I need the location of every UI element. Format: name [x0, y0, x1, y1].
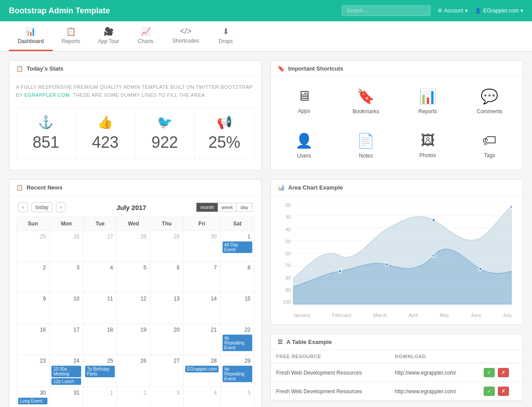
- search-input[interactable]: [342, 5, 430, 16]
- day-number: 17: [51, 326, 81, 334]
- shortcut-users[interactable]: 👤 Users: [275, 126, 333, 166]
- calendar-cell: 1All Day Event: [220, 231, 254, 262]
- anchor-icon: ⚓: [38, 115, 54, 130]
- calendar-cell: 23: [16, 355, 50, 387]
- shortcut-bookmarks[interactable]: 🔖 Bookmarks: [337, 81, 395, 121]
- calendar-today-btn[interactable]: today: [31, 202, 52, 212]
- view-month-btn[interactable]: month: [196, 203, 218, 212]
- day-number: 20: [152, 326, 181, 334]
- account-menu[interactable]: ⚙ Account ▾: [438, 8, 468, 14]
- calendar-next-btn[interactable]: ›: [56, 202, 66, 212]
- calendar-nav: ‹ today ›: [18, 202, 66, 212]
- calendar-event[interactable]: 12p Lunch: [51, 378, 81, 385]
- photos-label: Photos: [419, 152, 436, 158]
- day-number: 28: [185, 357, 219, 365]
- calendar-event[interactable]: 10:30a Meeting: [51, 366, 81, 377]
- day-number: 29: [223, 357, 252, 365]
- calendar-event[interactable]: EGrappler.com: [185, 366, 219, 372]
- reject-btn-2[interactable]: ✗: [498, 387, 509, 396]
- apps-icon: 🖥: [297, 88, 311, 104]
- tab-drops[interactable]: ⬇ Drops: [208, 21, 243, 51]
- svg-point-9: [338, 269, 341, 273]
- day-number: 31: [51, 389, 81, 397]
- day-number: 5: [119, 264, 148, 272]
- tab-reports[interactable]: 📋 Reports: [53, 21, 89, 51]
- notes-icon: 📄: [357, 132, 375, 149]
- calendar-cell: 4: [83, 262, 117, 293]
- day-number: 1: [223, 233, 252, 241]
- view-day-btn[interactable]: day: [236, 203, 252, 212]
- stats-header-icon: 📋: [16, 65, 23, 72]
- site-menu[interactable]: 👤 EGrappler.com ▾: [475, 8, 523, 14]
- day-number: 25: [85, 357, 115, 365]
- tab-reports-label: Reports: [62, 38, 80, 44]
- col-actions: [478, 350, 523, 363]
- shortcut-comments[interactable]: 💬 Comments: [461, 81, 519, 121]
- shortcut-reports[interactable]: 📊 Reports: [399, 81, 457, 121]
- day-number: 29: [152, 233, 181, 241]
- calendar-header: 📋 Recent News: [9, 180, 261, 196]
- stats-link[interactable]: EGRAPPLER.COM: [24, 92, 70, 98]
- day-number: 3: [51, 264, 81, 272]
- resource-name-2: Fresh Web Development Resources: [271, 382, 390, 401]
- tab-apptour[interactable]: 🎥 App Tour: [89, 21, 128, 51]
- day-number: 13: [152, 295, 181, 303]
- todays-stats-body: A FULLY RESPONSIVE PREMIUM QUALITY ADMIN…: [9, 77, 261, 166]
- day-number: 5: [223, 389, 252, 397]
- calendar-cell: 6: [150, 262, 184, 293]
- view-week-btn[interactable]: week: [218, 203, 237, 212]
- tab-dashboard[interactable]: 📊 Dashboard: [9, 21, 53, 51]
- day-number: 16: [18, 326, 47, 334]
- approve-btn-1[interactable]: ✓: [484, 368, 495, 377]
- calendar-event[interactable]: 7p Birthday Party: [85, 366, 115, 377]
- calendar-cell: 3: [50, 262, 83, 293]
- tab-shortcodes[interactable]: </> Shortcodes: [164, 21, 208, 51]
- calendar-event[interactable]: Long Event: [18, 398, 47, 404]
- calendar-cell: 8: [220, 262, 254, 293]
- day-number: 30: [185, 233, 219, 241]
- shortcut-tags[interactable]: 🏷 Tags: [461, 126, 519, 166]
- svg-point-12: [479, 267, 482, 271]
- calendar-cell: 224p Repeating Event: [220, 324, 254, 355]
- day-number: 26: [119, 357, 148, 365]
- day-number: 18: [85, 326, 115, 334]
- day-number: 26: [51, 233, 81, 241]
- calendar-event[interactable]: 4p Repeating Event: [223, 335, 252, 351]
- reject-btn-1[interactable]: ✗: [498, 368, 509, 377]
- chart-svg-area: [293, 202, 512, 304]
- table-header: ☰ A Table Example: [271, 334, 523, 350]
- tab-dashboard-label: Dashboard: [18, 38, 44, 44]
- calendar-prev-btn[interactable]: ‹: [18, 202, 28, 212]
- cal-header-mon: Mon: [50, 217, 83, 231]
- calendar-cell: 257p Birthday Party: [83, 355, 117, 387]
- calendar-cell: 29: [150, 231, 184, 262]
- table-title: A Table Example: [286, 339, 332, 345]
- calendar-cell: 10: [50, 293, 83, 324]
- calendar-event[interactable]: All Day Event: [223, 241, 252, 253]
- calendar-cell: 18: [83, 324, 117, 355]
- shortcut-apps[interactable]: 🖥 Apps: [275, 81, 333, 121]
- shortcuts-panel: 🔖 Important Shortcuts 🖥 Apps 🔖 Bookmarks…: [270, 60, 523, 170]
- thumbsup-icon: 👍: [98, 115, 113, 130]
- shortcuts-title: Important Shortcuts: [288, 65, 343, 72]
- approve-btn-2[interactable]: ✓: [484, 387, 495, 396]
- reports-shortcut-icon: 📊: [419, 88, 437, 105]
- day-number: 3: [152, 389, 181, 397]
- shortcut-photos[interactable]: 🖼 Photos: [399, 126, 457, 166]
- tags-label: Tags: [484, 152, 495, 158]
- tab-shortcodes-label: Shortcodes: [172, 38, 200, 44]
- calendar-title: Recent News: [27, 184, 63, 191]
- table-header-icon: ☰: [278, 339, 283, 345]
- shortcut-notes[interactable]: 📄 Notes: [337, 126, 395, 166]
- app-title: Bootstrap Admin Template: [9, 6, 110, 16]
- dashboard-icon: 📊: [26, 27, 35, 36]
- table-panel: ☰ A Table Example Free Resource Download: [270, 334, 523, 401]
- calendar-event[interactable]: 4p Repeating Event: [223, 366, 252, 382]
- calendar-cell: 26: [50, 231, 83, 262]
- col-resource: Free Resource: [271, 350, 390, 363]
- day-number: 27: [152, 357, 181, 365]
- calendar-cell: 14: [184, 293, 221, 324]
- svg-point-11: [432, 218, 435, 222]
- day-number: 2: [119, 389, 148, 397]
- tab-charts[interactable]: 📈 Charts: [128, 21, 164, 51]
